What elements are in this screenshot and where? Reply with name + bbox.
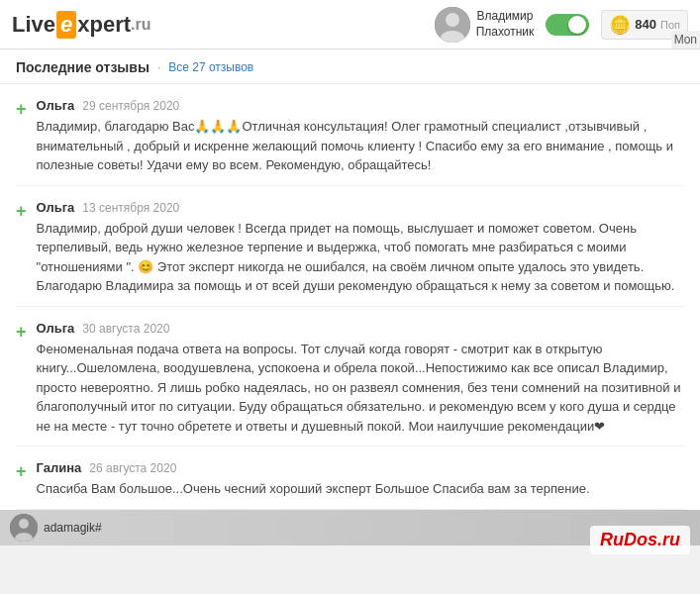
main-content: Последние отзывы · Все 27 отзывов + Ольг… bbox=[0, 50, 700, 510]
all-reviews-link[interactable]: Все 27 отзывов bbox=[168, 60, 253, 74]
logo-e: e bbox=[56, 11, 76, 39]
section-header: Последние отзывы · Все 27 отзывов bbox=[0, 50, 700, 84]
svg-point-4 bbox=[19, 519, 29, 529]
bottom-avatar bbox=[10, 514, 38, 542]
review-text: Владимир, благодарю Вас🙏🙏🙏Отличная консу… bbox=[37, 117, 684, 175]
review-meta: Ольга 13 сентября 2020 bbox=[37, 200, 684, 215]
bottom-username: adamagik# bbox=[44, 521, 102, 535]
review-text: Владимир, доброй души человек ! Всегда п… bbox=[37, 219, 684, 296]
section-dot: · bbox=[157, 60, 160, 74]
user-name-block: Владимир Плахотник bbox=[476, 9, 535, 40]
review-meta: Ольга 30 августа 2020 bbox=[37, 321, 684, 336]
bottom-bar: adamagik# bbox=[0, 510, 700, 545]
review-item: + Ольга 30 августа 2020 Феноменальная по… bbox=[16, 307, 684, 447]
header: Live e xpert .ru Владимир Плахотник bbox=[0, 0, 700, 50]
review-date: 13 сентября 2020 bbox=[82, 201, 179, 215]
review-text: Феноменальная подача ответа на вопросы. … bbox=[37, 340, 684, 437]
review-content: Ольга 30 августа 2020 Феноменальная пода… bbox=[37, 321, 684, 437]
review-date: 26 августа 2020 bbox=[89, 461, 176, 475]
review-content: Ольга 29 сентября 2020 Владимир, благода… bbox=[37, 98, 684, 175]
avatar bbox=[435, 7, 470, 43]
mon-label: Mon bbox=[671, 31, 700, 49]
review-content: Галина 26 августа 2020 Спасиба Вам больш… bbox=[37, 460, 684, 499]
review-item: + Ольга 29 сентября 2020 Владимир, благо… bbox=[16, 84, 684, 186]
review-meta: Галина 26 августа 2020 bbox=[37, 460, 684, 475]
coins-label: Поп bbox=[660, 19, 680, 31]
section-title: Последние отзывы bbox=[16, 59, 150, 75]
reviewer-name: Ольга bbox=[37, 98, 75, 113]
review-meta: Ольга 29 сентября 2020 bbox=[37, 98, 684, 113]
coins-amount: 840 bbox=[635, 17, 656, 32]
user-name-line1: Владимир bbox=[476, 9, 535, 25]
review-plus-icon: + bbox=[16, 322, 27, 437]
logo-xpert: xpert bbox=[77, 12, 131, 38]
logo-live: Live bbox=[12, 12, 55, 38]
reviewer-name: Галина bbox=[37, 460, 82, 475]
logo[interactable]: Live e xpert .ru bbox=[12, 11, 151, 39]
toggle-wrap[interactable] bbox=[546, 14, 589, 36]
review-item: + Ольга 13 сентября 2020 Владимир, добро… bbox=[16, 186, 684, 307]
logo-ru: .ru bbox=[131, 16, 150, 34]
review-plus-icon: + bbox=[16, 201, 27, 296]
user-info: Владимир Плахотник bbox=[435, 7, 535, 43]
review-plus-icon: + bbox=[16, 461, 27, 499]
user-name-line2: Плахотник bbox=[476, 25, 535, 41]
reviews-list: + Ольга 29 сентября 2020 Владимир, благо… bbox=[0, 84, 700, 510]
online-toggle[interactable] bbox=[546, 14, 589, 36]
review-plus-icon: + bbox=[16, 99, 27, 175]
review-date: 30 августа 2020 bbox=[82, 322, 169, 336]
header-right: Владимир Плахотник 🪙 840 Поп bbox=[435, 7, 688, 43]
reviewer-name: Ольга bbox=[37, 200, 75, 215]
review-text: Спасиба Вам большое...Очень чесний хорош… bbox=[37, 479, 684, 499]
coins-icon: 🪙 bbox=[609, 14, 631, 36]
review-content: Ольга 13 сентября 2020 Владимир, доброй … bbox=[37, 200, 684, 296]
review-date: 29 сентября 2020 bbox=[82, 99, 179, 113]
svg-point-1 bbox=[446, 13, 459, 27]
toggle-knob bbox=[568, 16, 586, 34]
review-item: + Галина 26 августа 2020 Спасиба Вам бол… bbox=[16, 446, 684, 510]
reviewer-name: Ольга bbox=[37, 321, 75, 336]
